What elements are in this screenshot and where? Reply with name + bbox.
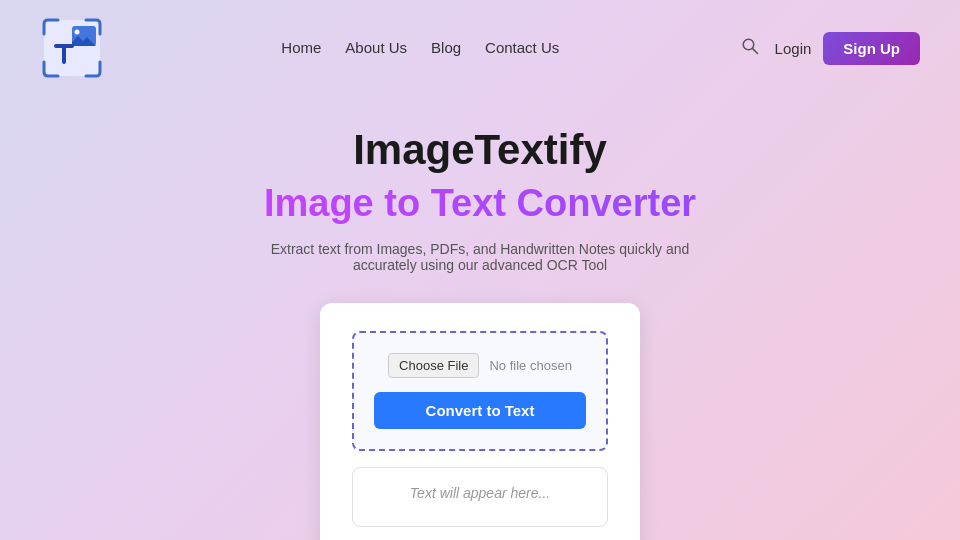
navbar: Home About Us Blog Contact Us Login Sign… xyxy=(0,0,960,96)
svg-point-2 xyxy=(75,30,80,35)
logo xyxy=(40,16,104,80)
file-upload-area: Choose File No file chosen Convert to Te… xyxy=(352,331,608,451)
hero-content: ImageTextify Image to Text Converter Ext… xyxy=(0,96,960,540)
hero-section: Home About Us Blog Contact Us Login Sign… xyxy=(0,0,960,540)
svg-line-6 xyxy=(752,49,757,54)
nav-home[interactable]: Home xyxy=(281,39,321,57)
logo-icon xyxy=(40,16,104,80)
signup-button[interactable]: Sign Up xyxy=(823,32,920,65)
file-input-row: Choose File No file chosen xyxy=(374,353,586,378)
svg-rect-4 xyxy=(62,44,66,64)
login-button[interactable]: Login xyxy=(775,40,812,57)
nav-contact[interactable]: Contact Us xyxy=(485,39,559,57)
text-output-area: Text will appear here... xyxy=(352,467,608,527)
nav-about[interactable]: About Us xyxy=(345,39,407,57)
nav-links: Home About Us Blog Contact Us xyxy=(281,39,559,57)
hero-title: ImageTextify xyxy=(0,126,960,174)
upload-card: Choose File No file chosen Convert to Te… xyxy=(320,303,640,540)
output-placeholder: Text will appear here... xyxy=(410,485,550,501)
nav-blog[interactable]: Blog xyxy=(431,39,461,57)
search-icon[interactable] xyxy=(737,33,763,63)
nav-right: Login Sign Up xyxy=(737,32,920,65)
hero-description: Extract text from Images, PDFs, and Hand… xyxy=(240,241,720,273)
hero-subtitle: Image to Text Converter xyxy=(0,182,960,225)
choose-file-button[interactable]: Choose File xyxy=(388,353,479,378)
convert-button[interactable]: Convert to Text xyxy=(374,392,586,429)
no-file-label: No file chosen xyxy=(489,358,571,373)
